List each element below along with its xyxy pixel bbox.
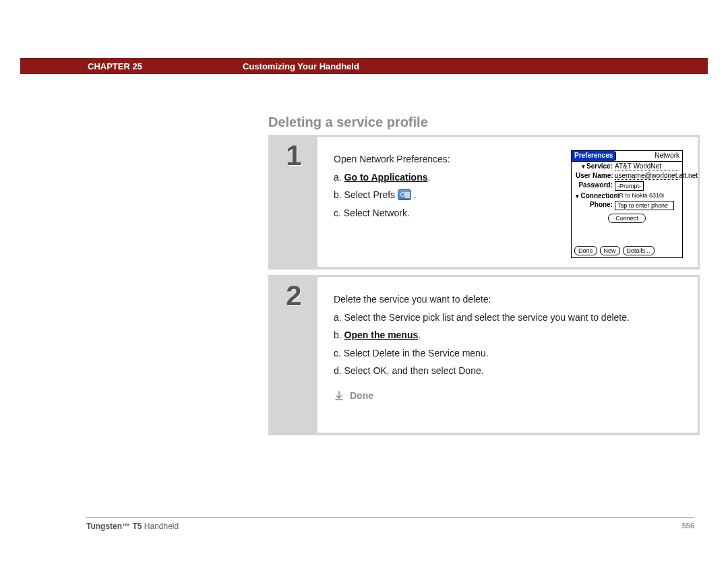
done-indicator: Done [334, 387, 681, 405]
chapter-label: CHAPTER 25 [20, 61, 243, 71]
done-label: Done [350, 387, 373, 405]
palm-title-left: Preferences [572, 151, 616, 161]
step-2-d: d. Select OK, and then select Done. [334, 362, 681, 380]
step-2-a: a. Select the Service pick list and sele… [334, 309, 681, 327]
step-2-number: 2 [286, 280, 301, 312]
palm-phone-value[interactable]: Tap to enter phone [615, 201, 674, 210]
step-1-a-suffix: . [428, 172, 431, 183]
page-footer: Tungsten™ T5 Handheld 556 [86, 517, 694, 531]
palm-service-value[interactable]: AT&T WorldNet [615, 162, 679, 170]
palm-service-label[interactable]: Service: [576, 162, 615, 170]
palm-connection-value[interactable]: IR to Nokia 6310i [617, 192, 679, 199]
palm-done-button[interactable]: Done [574, 246, 597, 255]
step-1-number-box: 1 [270, 137, 317, 267]
step-2-body: Delete the service you want to delete: a… [317, 277, 698, 414]
open-the-menus-link[interactable]: Open the menus [344, 330, 419, 340]
product-name-bold: Tungsten™ T5 [86, 522, 142, 531]
step-1-b-prefix: b. [334, 189, 342, 200]
palm-title-right: Network [652, 151, 682, 161]
step-2-a-text: Select the Service pick list and select … [344, 312, 630, 323]
palm-details-button[interactable]: Details... [623, 246, 655, 255]
step-2-d-prefix: d. [334, 365, 342, 376]
step-1-b-text: Select Prefs [344, 189, 395, 200]
step-2-d-text: Select OK, and then select Done. [344, 365, 484, 376]
palm-preferences-screenshot: Preferences Network Service: AT&T WorldN… [571, 150, 683, 258]
palm-phone-label: Phone: [576, 201, 615, 208]
palm-titlebar: Preferences Network [572, 151, 682, 162]
product-name: Tungsten™ T5 Handheld [86, 522, 179, 531]
step-2-number-box: 2 [270, 277, 317, 433]
palm-username-value[interactable]: username@worldnet.att.net [615, 172, 679, 180]
step-2-b-suffix: . [418, 330, 421, 340]
palm-connect-button[interactable]: Connect [608, 214, 646, 223]
chapter-title: Customizing Your Handheld [243, 61, 359, 71]
palm-new-button[interactable]: New [600, 246, 620, 255]
step-1-number: 1 [286, 139, 301, 172]
palm-connection-label[interactable]: Connection: [576, 192, 617, 199]
palm-password-label: Password: [576, 181, 615, 189]
step-2-b-prefix: b. [334, 330, 342, 340]
section-heading: Deleting a service profile [268, 115, 428, 130]
step-1-c-prefix: c. [334, 208, 341, 218]
prefs-icon [398, 189, 411, 200]
step-1-a-prefix: a. [334, 172, 342, 183]
palm-username-label: User Name: [576, 172, 615, 179]
step-1-block: 1 Open Network Preferences: a. Go to App… [268, 135, 700, 270]
palm-password-value[interactable]: -Prompt- [615, 181, 644, 191]
step-2-intro: Delete the service you want to delete: [334, 290, 681, 309]
step-2-block: 2 Delete the service you want to delete:… [268, 275, 700, 435]
go-to-applications-link[interactable]: Go to Applications [344, 172, 428, 183]
step-1-b-suffix: . [414, 189, 417, 200]
step-2-b: b. Open the menus. [334, 326, 681, 344]
step-2-c-text: Select Delete in the Service menu. [344, 348, 489, 358]
page-number: 556 [682, 522, 694, 531]
product-name-rest: Handheld [142, 522, 179, 531]
step-2-c-prefix: c. [334, 348, 341, 358]
chapter-header: CHAPTER 25 Customizing Your Handheld [20, 58, 708, 74]
done-arrow-icon [334, 391, 344, 400]
step-2-c: c. Select Delete in the Service menu. [334, 344, 681, 363]
step-2-a-prefix: a. [334, 312, 342, 323]
step-1-c-text: Select Network. [344, 208, 410, 218]
